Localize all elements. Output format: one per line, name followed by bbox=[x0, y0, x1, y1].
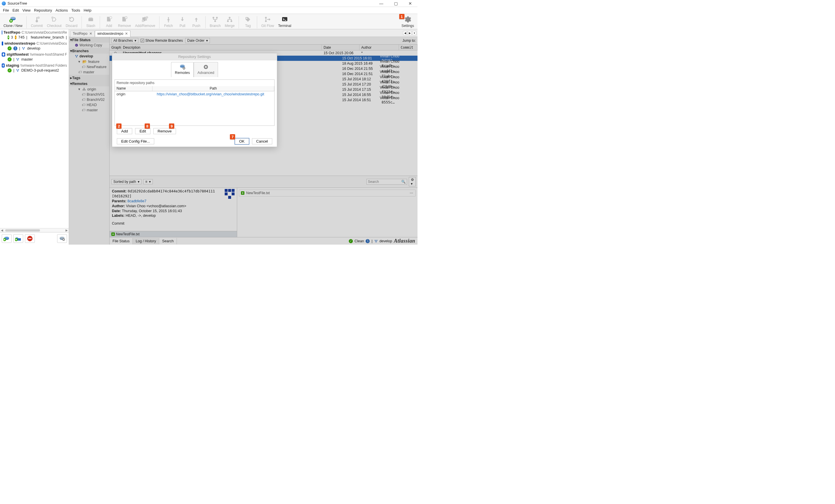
tree-branch-newfeature[interactable]: 🏷NewFeature bbox=[69, 64, 109, 69]
cancel-button[interactable]: Cancel bbox=[252, 138, 272, 144]
tree-remote-head[interactable]: 🏷HEAD bbox=[69, 102, 109, 107]
toolbar-remove-button[interactable]: Remove bbox=[117, 16, 132, 28]
repo-item[interactable]: TestRepo C:\Users\vivia\Documents\Re +3 … bbox=[0, 29, 69, 40]
bottom-tab-search[interactable]: Search bbox=[159, 238, 177, 244]
menu-repository[interactable]: Repository bbox=[34, 8, 52, 13]
menu-tools[interactable]: Tools bbox=[71, 8, 80, 13]
remote-edit-button[interactable]: Edit bbox=[135, 128, 150, 134]
toolbar-discard-button[interactable]: Discard bbox=[64, 16, 79, 28]
svg-point-21 bbox=[227, 20, 229, 22]
tree-file-status[interactable]: ▾File Status bbox=[69, 37, 109, 43]
toolbar-stash-button[interactable]: Stash bbox=[85, 16, 97, 28]
modal-tab-advanced[interactable]: Advanced bbox=[194, 62, 218, 77]
callout-ok: 7 bbox=[230, 134, 235, 140]
remote-add-button[interactable]: Add bbox=[117, 128, 132, 134]
tree-tags[interactable]: ▸Tags bbox=[69, 75, 109, 81]
col-graph[interactable]: Graph bbox=[109, 45, 121, 50]
remove-repo-button[interactable] bbox=[25, 234, 35, 243]
tab-close-icon[interactable]: ✕ bbox=[89, 31, 92, 36]
sidebar-scrollbar[interactable]: ◀ ▶ bbox=[0, 228, 69, 232]
tab-list[interactable]: ▾ bbox=[412, 31, 416, 35]
show-remote-checkbox[interactable]: ✓Show Remote Branches bbox=[141, 39, 183, 43]
toolbar: Clone / NewCommitCheckoutDiscardStashAdd… bbox=[0, 14, 418, 29]
repo-tab[interactable]: TestRepo✕ bbox=[70, 30, 95, 37]
details-settings[interactable]: ⚙ ▾ bbox=[409, 177, 416, 186]
col-date[interactable]: Date bbox=[322, 45, 360, 50]
app-title: SourceTree bbox=[7, 1, 27, 5]
menu-edit[interactable]: Edit bbox=[13, 8, 19, 13]
sort-select[interactable]: Sorted by path▾ bbox=[111, 179, 142, 184]
menu-file[interactable]: File bbox=[3, 8, 9, 13]
menu-help[interactable]: Help bbox=[83, 8, 91, 13]
toolbar-clone-button[interactable]: Clone / New bbox=[2, 16, 23, 28]
toolbar-fetch-button[interactable]: Fetch bbox=[162, 16, 175, 28]
history-toolbar: All Branches▾ ✓Show Remote Branches Date… bbox=[109, 37, 418, 45]
tree-remote-branchv02[interactable]: 🏷BranchV02 bbox=[69, 97, 109, 102]
toolbar-branch-button[interactable]: Branch bbox=[208, 16, 222, 28]
toolbar-add-button[interactable]: Add bbox=[103, 16, 115, 28]
col-description[interactable]: Description bbox=[121, 45, 322, 50]
tree-remotes[interactable]: ▾Remotes bbox=[69, 81, 109, 86]
tree-branch-feature[interactable]: ▾📂feature bbox=[69, 59, 109, 64]
toolbar-pull-button[interactable]: Pull bbox=[176, 16, 188, 28]
tree-working-copy[interactable]: Working Copy bbox=[69, 43, 109, 48]
window-minimize[interactable]: — bbox=[376, 1, 387, 6]
ok-button[interactable]: OK bbox=[235, 138, 249, 144]
open-repo-button[interactable] bbox=[13, 234, 23, 243]
col-commit[interactable]: Commit bbox=[399, 45, 418, 50]
bottom-tab-log[interactable]: Log / History bbox=[133, 238, 159, 244]
window-close[interactable]: ✕ bbox=[405, 1, 416, 6]
repo-tab[interactable]: windowstestrepo✕ bbox=[95, 30, 130, 37]
stash-icon bbox=[87, 16, 95, 23]
view-select[interactable]: ≡▾ bbox=[143, 179, 153, 184]
col-author[interactable]: Author bbox=[360, 45, 399, 50]
repo-item[interactable]: windowstestrepo C:\Users\vivia\Docu ✓ 1 … bbox=[0, 40, 69, 51]
toolbar-addremove-button[interactable]: Add/Remove bbox=[134, 16, 156, 28]
remotes-col-name[interactable]: Name bbox=[115, 86, 152, 91]
tab-next[interactable]: ▶ bbox=[408, 31, 412, 35]
toolbar-terminal-button[interactable]: Terminal bbox=[277, 16, 292, 28]
remotes-col-path[interactable]: Path bbox=[152, 86, 274, 91]
terminal-icon bbox=[281, 16, 288, 23]
filter-branches[interactable]: All Branches▾ bbox=[111, 38, 138, 43]
svg-point-5 bbox=[51, 17, 54, 19]
tab-close-icon[interactable]: ✕ bbox=[125, 31, 128, 36]
remove-icon bbox=[121, 16, 128, 23]
window-maximize[interactable]: ▢ bbox=[390, 1, 401, 6]
tree-branch-develop[interactable]: develop bbox=[69, 54, 109, 59]
diff-file[interactable]: NewTestFile.txt ⋯ bbox=[239, 190, 416, 196]
tree-branch-master[interactable]: 🏷master bbox=[69, 69, 109, 75]
tree-remote-origin[interactable]: ▾🖧origin bbox=[69, 86, 109, 92]
tree-branches[interactable]: ▾Branches bbox=[69, 48, 109, 54]
clone-repo-button[interactable] bbox=[2, 234, 12, 243]
svg-point-50 bbox=[63, 239, 64, 240]
menu-view[interactable]: View bbox=[22, 8, 30, 13]
files-changed-item[interactable]: NewTestFile.txt bbox=[109, 231, 237, 237]
edit-config-button[interactable]: Edit Config File... bbox=[117, 138, 154, 144]
svg-point-57 bbox=[374, 240, 375, 240]
menu-actions[interactable]: Actions bbox=[55, 8, 68, 13]
remote-row[interactable]: origin https://vivian_choo@bitbucket.org… bbox=[115, 91, 274, 97]
toolbar-gitflow-button[interactable]: Git Flow bbox=[260, 16, 275, 28]
svg-point-20 bbox=[214, 20, 216, 22]
remote-remove-button[interactable]: Remove bbox=[154, 128, 176, 134]
status-branch: develop bbox=[380, 239, 392, 243]
repo-item[interactable]: staging \\vmware-host\Shared Folders ✓ |… bbox=[0, 62, 69, 73]
parent-link[interactable]: 8cadbfe8e7 bbox=[127, 199, 146, 203]
repo-settings-button[interactable] bbox=[57, 234, 67, 243]
tree-remote-master[interactable]: 🏷master bbox=[69, 107, 109, 113]
tab-prev[interactable]: ◀ bbox=[403, 31, 407, 35]
repo-item[interactable]: stgitflowtest \\vmware-host\Shared F ✓ |… bbox=[0, 51, 69, 62]
svg-point-34 bbox=[23, 49, 24, 49]
modal-tab-remotes[interactable]: Remotes bbox=[171, 62, 194, 77]
tree-remote-branchv01[interactable]: 🏷BranchV01 bbox=[69, 92, 109, 97]
toolbar-tag-button[interactable]: Tag bbox=[242, 16, 254, 28]
details-search[interactable]: Search 🔍 bbox=[366, 179, 407, 185]
toolbar-push-button[interactable]: Push bbox=[190, 16, 202, 28]
bottom-tab-file-status[interactable]: File Status bbox=[109, 238, 133, 244]
toolbar-checkout-button[interactable]: Checkout bbox=[46, 16, 63, 28]
addremove-icon bbox=[141, 16, 149, 23]
toolbar-commit-button[interactable]: Commit bbox=[29, 16, 44, 28]
toolbar-merge-button[interactable]: Merge bbox=[224, 16, 236, 28]
date-order[interactable]: Date Order▾ bbox=[185, 38, 210, 43]
